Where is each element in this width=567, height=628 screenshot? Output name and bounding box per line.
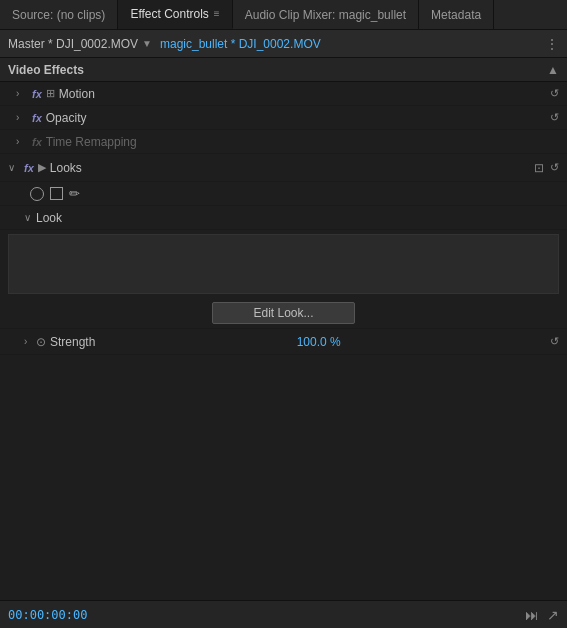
- looks-effect-name: Looks: [50, 161, 82, 175]
- scroll-up-icon[interactable]: ▲: [547, 63, 559, 77]
- strength-clock-icon[interactable]: ⊙: [36, 335, 46, 349]
- time-remapping-expand-icon[interactable]: ›: [16, 136, 28, 147]
- opacity-effect-name: Opacity: [46, 111, 87, 125]
- square-tool-icon[interactable]: [50, 187, 63, 200]
- looks-effect-row[interactable]: ∨ fx ▶ Looks ⊡ ↺: [0, 154, 567, 182]
- strength-label: Strength: [50, 335, 95, 349]
- more-options-button[interactable]: ⋮: [545, 36, 559, 52]
- section-title: Video Effects: [8, 63, 84, 77]
- motion-expand-icon[interactable]: ›: [16, 88, 28, 99]
- look-subrow: ∨ Look: [0, 206, 567, 230]
- looks-fx-badge: fx: [24, 162, 34, 174]
- opacity-reset-icon[interactable]: ↺: [550, 111, 559, 124]
- looks-tools-row: ✏: [0, 182, 567, 206]
- go-to-end-icon[interactable]: ⏭: [525, 607, 539, 623]
- tab-effect-controls[interactable]: Effect Controls ≡: [118, 0, 232, 29]
- looks-expand-icon[interactable]: ∨: [8, 162, 20, 173]
- effects-panel: Video Effects ▲ › fx ⊞ Motion ↺ › fx Opa…: [0, 58, 567, 600]
- master-label[interactable]: Master * DJI_0002.MOV ▼: [8, 37, 152, 51]
- strength-expand-icon[interactable]: ›: [24, 336, 36, 347]
- motion-reset-icon[interactable]: ↺: [550, 87, 559, 100]
- master-row: Master * DJI_0002.MOV ▼ magic_bullet * D…: [0, 30, 567, 58]
- timecode-display: 00:00:00:00: [8, 608, 87, 622]
- look-sublabel: Look: [36, 211, 62, 225]
- look-subrow-expand-icon[interactable]: ∨: [24, 212, 36, 223]
- strength-value[interactable]: 100.0 %: [297, 335, 341, 349]
- looks-pin-icon[interactable]: ⊡: [534, 161, 544, 175]
- bottom-controls: ⏭ ↗: [525, 607, 559, 623]
- motion-effect-icon: ⊞: [46, 87, 55, 100]
- tab-audio-clip-mixer[interactable]: Audio Clip Mixer: magic_bullet: [233, 0, 419, 29]
- tab-source[interactable]: Source: (no clips): [0, 0, 118, 29]
- edit-look-button[interactable]: Edit Look...: [212, 302, 354, 324]
- tab-metadata[interactable]: Metadata: [419, 0, 494, 29]
- motion-effect-name: Motion: [59, 87, 95, 101]
- looks-reset-icon[interactable]: ↺: [550, 161, 559, 174]
- looks-effect-icon: ▶: [38, 161, 46, 174]
- opacity-effect-row[interactable]: › fx Opacity ↺: [0, 106, 567, 130]
- master-chevron-icon[interactable]: ▼: [142, 38, 152, 49]
- strength-reset-icon[interactable]: ↺: [550, 335, 559, 348]
- opacity-fx-badge: fx: [32, 112, 42, 124]
- pen-tool-icon[interactable]: ✏: [69, 186, 80, 201]
- motion-effect-row[interactable]: › fx ⊞ Motion ↺: [0, 82, 567, 106]
- video-effects-section-header: Video Effects ▲: [0, 58, 567, 82]
- tab-menu-icon[interactable]: ≡: [214, 8, 220, 19]
- export-icon[interactable]: ↗: [547, 607, 559, 623]
- look-preview-box: [8, 234, 559, 294]
- clip-label: magic_bullet * DJI_0002.MOV: [160, 37, 321, 51]
- tab-bar: Source: (no clips) Effect Controls ≡ Aud…: [0, 0, 567, 30]
- edit-look-row: Edit Look...: [0, 298, 567, 329]
- time-remapping-effect-name: Time Remapping: [46, 135, 137, 149]
- bottom-bar: 00:00:00:00 ⏭ ↗: [0, 600, 567, 628]
- motion-fx-badge: fx: [32, 88, 42, 100]
- strength-row[interactable]: › ⊙ Strength 100.0 % ↺: [0, 329, 567, 355]
- time-remapping-effect-row[interactable]: › fx Time Remapping: [0, 130, 567, 154]
- opacity-expand-icon[interactable]: ›: [16, 112, 28, 123]
- time-remapping-fx-badge: fx: [32, 136, 42, 148]
- circle-tool-icon[interactable]: [30, 187, 44, 201]
